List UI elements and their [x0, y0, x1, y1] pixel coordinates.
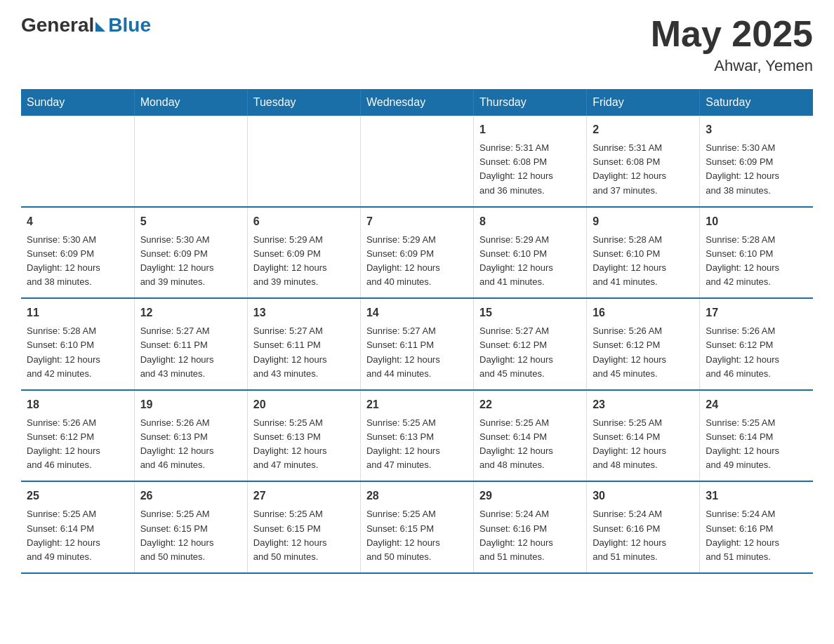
day-number: 13 — [253, 304, 355, 321]
day-info: Sunrise: 5:31 AM Sunset: 6:08 PM Dayligh… — [593, 141, 694, 198]
day-number: 30 — [593, 488, 694, 504]
calendar-day-cell — [21, 116, 134, 207]
day-info: Sunrise: 5:24 AM Sunset: 6:16 PM Dayligh… — [706, 507, 807, 564]
logo-blue-text: Blue — [108, 14, 151, 36]
day-info: Sunrise: 5:26 AM Sunset: 6:12 PM Dayligh… — [706, 324, 807, 381]
logo: General Blue — [21, 14, 151, 36]
day-info: Sunrise: 5:30 AM Sunset: 6:09 PM Dayligh… — [27, 233, 128, 290]
calendar-day-cell: 8Sunrise: 5:29 AM Sunset: 6:10 PM Daylig… — [474, 207, 587, 299]
calendar-day-cell: 17Sunrise: 5:26 AM Sunset: 6:12 PM Dayli… — [700, 298, 813, 390]
logo-arrow-icon — [95, 22, 105, 32]
calendar-day-cell: 16Sunrise: 5:26 AM Sunset: 6:12 PM Dayli… — [587, 298, 700, 390]
day-info: Sunrise: 5:25 AM Sunset: 6:15 PM Dayligh… — [253, 507, 355, 564]
day-info: Sunrise: 5:24 AM Sunset: 6:16 PM Dayligh… — [593, 507, 694, 564]
header-cell-wednesday: Wednesday — [360, 89, 473, 116]
calendar-week-row: 11Sunrise: 5:28 AM Sunset: 6:10 PM Dayli… — [21, 298, 813, 390]
day-info: Sunrise: 5:27 AM Sunset: 6:12 PM Dayligh… — [479, 324, 581, 381]
day-info: Sunrise: 5:25 AM Sunset: 6:14 PM Dayligh… — [27, 507, 128, 564]
logo-general-text: General — [21, 14, 94, 36]
page-header: General Blue May 2025 Ahwar, Yemen — [21, 14, 813, 75]
day-info: Sunrise: 5:27 AM Sunset: 6:11 PM Dayligh… — [366, 324, 468, 381]
day-number: 26 — [140, 488, 241, 504]
day-info: Sunrise: 5:30 AM Sunset: 6:09 PM Dayligh… — [140, 233, 241, 290]
day-info: Sunrise: 5:30 AM Sunset: 6:09 PM Dayligh… — [706, 141, 807, 198]
calendar-day-cell: 14Sunrise: 5:27 AM Sunset: 6:11 PM Dayli… — [360, 298, 473, 390]
calendar-day-cell: 21Sunrise: 5:25 AM Sunset: 6:13 PM Dayli… — [360, 390, 473, 482]
day-number: 4 — [27, 213, 128, 230]
day-number: 25 — [27, 488, 128, 504]
day-info: Sunrise: 5:26 AM Sunset: 6:13 PM Dayligh… — [140, 416, 241, 473]
day-info: Sunrise: 5:25 AM Sunset: 6:14 PM Dayligh… — [479, 416, 581, 473]
day-info: Sunrise: 5:25 AM Sunset: 6:13 PM Dayligh… — [366, 416, 468, 473]
calendar-week-row: 4Sunrise: 5:30 AM Sunset: 6:09 PM Daylig… — [21, 207, 813, 299]
day-number: 27 — [253, 488, 355, 504]
calendar-day-cell: 18Sunrise: 5:26 AM Sunset: 6:12 PM Dayli… — [21, 390, 134, 482]
day-info: Sunrise: 5:29 AM Sunset: 6:09 PM Dayligh… — [253, 233, 355, 290]
calendar-day-cell: 1Sunrise: 5:31 AM Sunset: 6:08 PM Daylig… — [474, 116, 587, 207]
day-info: Sunrise: 5:28 AM Sunset: 6:10 PM Dayligh… — [27, 324, 128, 381]
day-info: Sunrise: 5:24 AM Sunset: 6:16 PM Dayligh… — [479, 507, 581, 564]
location-label: Ahwar, Yemen — [651, 57, 813, 75]
calendar-day-cell: 19Sunrise: 5:26 AM Sunset: 6:13 PM Dayli… — [134, 390, 247, 482]
day-info: Sunrise: 5:25 AM Sunset: 6:13 PM Dayligh… — [253, 416, 355, 473]
day-number: 8 — [479, 213, 581, 230]
calendar-day-cell: 26Sunrise: 5:25 AM Sunset: 6:15 PM Dayli… — [134, 481, 247, 573]
day-info: Sunrise: 5:28 AM Sunset: 6:10 PM Dayligh… — [593, 233, 694, 290]
calendar-day-cell: 4Sunrise: 5:30 AM Sunset: 6:09 PM Daylig… — [21, 207, 134, 299]
day-info: Sunrise: 5:25 AM Sunset: 6:15 PM Dayligh… — [140, 507, 241, 564]
day-number: 5 — [140, 213, 241, 230]
day-number: 10 — [706, 213, 807, 230]
calendar-day-cell: 12Sunrise: 5:27 AM Sunset: 6:11 PM Dayli… — [134, 298, 247, 390]
day-number: 14 — [366, 304, 468, 321]
calendar-day-cell: 27Sunrise: 5:25 AM Sunset: 6:15 PM Dayli… — [247, 481, 360, 573]
header-cell-friday: Friday — [587, 89, 700, 116]
calendar-day-cell: 15Sunrise: 5:27 AM Sunset: 6:12 PM Dayli… — [474, 298, 587, 390]
calendar-day-cell: 13Sunrise: 5:27 AM Sunset: 6:11 PM Dayli… — [247, 298, 360, 390]
day-number: 9 — [593, 213, 694, 230]
header-cell-tuesday: Tuesday — [247, 89, 360, 116]
day-info: Sunrise: 5:29 AM Sunset: 6:09 PM Dayligh… — [366, 233, 468, 290]
day-number: 3 — [706, 121, 807, 138]
calendar-day-cell: 22Sunrise: 5:25 AM Sunset: 6:14 PM Dayli… — [474, 390, 587, 482]
day-info: Sunrise: 5:26 AM Sunset: 6:12 PM Dayligh… — [27, 416, 128, 473]
day-number: 19 — [140, 396, 241, 413]
calendar-week-row: 25Sunrise: 5:25 AM Sunset: 6:14 PM Dayli… — [21, 481, 813, 573]
day-info: Sunrise: 5:25 AM Sunset: 6:14 PM Dayligh… — [706, 416, 807, 473]
day-info: Sunrise: 5:28 AM Sunset: 6:10 PM Dayligh… — [706, 233, 807, 290]
day-number: 20 — [253, 396, 355, 413]
calendar-day-cell: 30Sunrise: 5:24 AM Sunset: 6:16 PM Dayli… — [587, 481, 700, 573]
month-title: May 2025 — [651, 14, 813, 54]
day-info: Sunrise: 5:29 AM Sunset: 6:10 PM Dayligh… — [479, 233, 581, 290]
calendar-day-cell — [247, 116, 360, 207]
day-number: 29 — [479, 488, 581, 504]
calendar-day-cell: 28Sunrise: 5:25 AM Sunset: 6:15 PM Dayli… — [360, 481, 473, 573]
day-number: 6 — [253, 213, 355, 230]
calendar-day-cell: 7Sunrise: 5:29 AM Sunset: 6:09 PM Daylig… — [360, 207, 473, 299]
day-number: 28 — [366, 488, 468, 504]
calendar-day-cell — [360, 116, 473, 207]
day-number: 1 — [479, 121, 581, 138]
calendar-day-cell: 11Sunrise: 5:28 AM Sunset: 6:10 PM Dayli… — [21, 298, 134, 390]
day-number: 31 — [706, 488, 807, 504]
day-info: Sunrise: 5:26 AM Sunset: 6:12 PM Dayligh… — [593, 324, 694, 381]
day-number: 7 — [366, 213, 468, 230]
calendar-day-cell: 5Sunrise: 5:30 AM Sunset: 6:09 PM Daylig… — [134, 207, 247, 299]
day-number: 24 — [706, 396, 807, 413]
calendar-header-row: SundayMondayTuesdayWednesdayThursdayFrid… — [21, 89, 813, 116]
calendar-table: SundayMondayTuesdayWednesdayThursdayFrid… — [21, 89, 813, 574]
calendar-day-cell: 10Sunrise: 5:28 AM Sunset: 6:10 PM Dayli… — [700, 207, 813, 299]
calendar-day-cell: 24Sunrise: 5:25 AM Sunset: 6:14 PM Dayli… — [700, 390, 813, 482]
day-number: 23 — [593, 396, 694, 413]
title-block: May 2025 Ahwar, Yemen — [651, 14, 813, 75]
day-number: 2 — [593, 121, 694, 138]
day-info: Sunrise: 5:31 AM Sunset: 6:08 PM Dayligh… — [479, 141, 581, 198]
calendar-day-cell: 20Sunrise: 5:25 AM Sunset: 6:13 PM Dayli… — [247, 390, 360, 482]
day-info: Sunrise: 5:25 AM Sunset: 6:14 PM Dayligh… — [593, 416, 694, 473]
day-info: Sunrise: 5:25 AM Sunset: 6:15 PM Dayligh… — [366, 507, 468, 564]
day-number: 16 — [593, 304, 694, 321]
day-number: 15 — [479, 304, 581, 321]
calendar-day-cell: 6Sunrise: 5:29 AM Sunset: 6:09 PM Daylig… — [247, 207, 360, 299]
day-number: 22 — [479, 396, 581, 413]
day-number: 11 — [27, 304, 128, 321]
day-number: 18 — [27, 396, 128, 413]
